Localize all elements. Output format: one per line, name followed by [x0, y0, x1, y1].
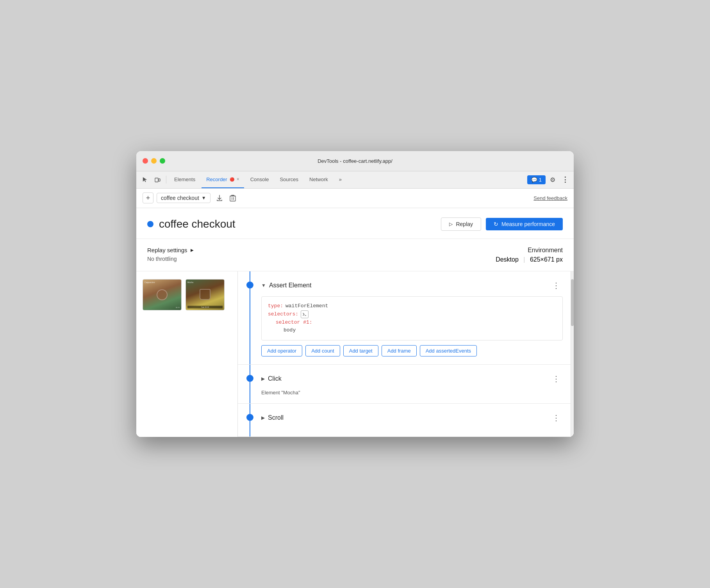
tab-console[interactable]: Console	[246, 171, 274, 188]
recording-name-dropdown[interactable]: coffee checkout ▼	[157, 193, 211, 203]
delete-recording-button[interactable]	[227, 192, 239, 204]
step-dot-2	[246, 375, 253, 382]
step-assert-element-code: type: waitForElement selectors:	[261, 296, 563, 340]
plus-icon: +	[146, 194, 150, 202]
step-scroll-more-button[interactable]: ⋮	[549, 412, 563, 424]
selector1-value: body	[284, 326, 296, 335]
add-frame-button[interactable]: Add frame	[382, 345, 417, 356]
recording-title: coffee checkout	[159, 218, 441, 230]
settings-left: Replay settings ▶ No throttling	[147, 247, 194, 263]
replay-play-icon: ▷	[449, 221, 453, 227]
selector-icon	[301, 310, 309, 318]
environment-label: Environment	[496, 247, 563, 254]
step-click-header: ▶ Click ⋮	[261, 372, 563, 385]
recording-status-dot	[147, 221, 153, 227]
new-recording-button[interactable]: +	[143, 192, 153, 203]
recorder-record-icon: 🔴	[230, 177, 234, 182]
environment-value: Desktop | 625×671 px	[496, 256, 563, 263]
settings-bar: Replay settings ▶ No throttling Environm…	[136, 239, 574, 271]
screenshot-thumbnails: Cappuccino $4.00 Mocha	[143, 279, 231, 310]
step-dot-3	[246, 414, 253, 421]
close-button[interactable]	[143, 158, 148, 164]
svg-rect-2	[230, 196, 235, 201]
add-operator-button[interactable]: Add operator	[261, 345, 302, 356]
add-asserted-events-button[interactable]: Add assertedEvents	[420, 345, 477, 356]
measure-icon: ↻	[494, 221, 498, 227]
replay-button[interactable]: ▷ Replay	[441, 217, 481, 231]
more-vert-icon-3: ⋮	[552, 413, 560, 422]
device-toolbar-button[interactable]	[152, 174, 163, 185]
recorder-close-icon[interactable]: ×	[237, 176, 239, 182]
replay-settings-expand-icon: ▶	[191, 248, 194, 252]
chat-badge: 1	[539, 177, 542, 183]
more-vert-icon-2: ⋮	[552, 374, 560, 383]
titlebar: DevTools - coffee-cart.netlify.app/	[136, 151, 574, 171]
toolbar-divider-1	[166, 176, 166, 184]
tab-recorder[interactable]: Recorder 🔴 ×	[202, 171, 244, 188]
code-type-line: type: waitForElement	[268, 302, 556, 310]
toolbar-right: 💬 1 ⚙ ⋮	[527, 174, 571, 185]
chat-icon: 💬	[531, 177, 537, 183]
step-click-subtitle: Element "Mocha"	[261, 390, 563, 396]
code-selector1-value-line: body	[268, 326, 556, 335]
devtools-window: DevTools - coffee-cart.netlify.app/ Elem…	[136, 151, 574, 437]
devtools-toolbar: Elements Recorder 🔴 × Console Sources Ne…	[136, 171, 574, 189]
step-assert-element-title: Assert Element	[269, 282, 549, 289]
env-divider: |	[523, 256, 525, 263]
export-recording-button[interactable]	[214, 192, 225, 204]
settings-button[interactable]: ⚙	[547, 174, 558, 185]
tab-sources[interactable]: Sources	[275, 171, 303, 188]
collapse-icon-1[interactable]: ▼	[261, 283, 266, 288]
step-click: ▶ Click ⋮ Element "Mocha"	[238, 365, 571, 404]
maximize-button[interactable]	[160, 158, 165, 164]
step-dot-1	[246, 282, 253, 289]
tab-network[interactable]: Network	[305, 171, 333, 188]
chevron-down-icon: ▼	[202, 195, 206, 201]
more-options-button[interactable]: ⋮	[560, 174, 571, 185]
type-value: waitForElement	[285, 302, 328, 310]
type-key: type:	[268, 302, 283, 310]
steps-area: Cappuccino $4.00 Mocha	[136, 271, 574, 437]
code-selector1-line: selector #1:	[268, 319, 556, 327]
measure-performance-button[interactable]: ↻ Measure performance	[486, 218, 563, 230]
svg-rect-1	[159, 179, 160, 181]
add-target-button[interactable]: Add target	[343, 345, 378, 356]
recording-name-label: coffee checkout	[161, 195, 199, 201]
throttling-label: No throttling	[147, 256, 194, 262]
step-click-more-button[interactable]: ⋮	[549, 372, 563, 385]
send-feedback-link[interactable]: Send feedback	[533, 195, 567, 201]
replay-settings-label: Replay settings	[147, 247, 187, 253]
recording-toolbar: + coffee checkout ▼	[136, 189, 574, 208]
screenshot-thumb-1[interactable]: Cappuccino $4.00	[143, 279, 182, 310]
step-assert-element: ▼ Assert Element ⋮ type: waitForElement …	[238, 271, 571, 365]
code-selectors-line: selectors:	[268, 310, 556, 319]
svg-rect-0	[155, 178, 158, 182]
replay-settings-row[interactable]: Replay settings ▶	[147, 247, 194, 253]
tab-elements[interactable]: Elements	[169, 171, 200, 188]
minimize-button[interactable]	[151, 158, 157, 164]
chat-button[interactable]: 💬 1	[527, 175, 546, 184]
desktop-label: Desktop	[496, 256, 519, 263]
steps-list: ▼ Assert Element ⋮ type: waitForElement …	[238, 271, 571, 437]
resolution-label: 625×671 px	[530, 256, 563, 263]
recording-actions	[214, 192, 239, 204]
cursor-tool-button[interactable]	[139, 174, 150, 185]
step-assert-element-more-button[interactable]: ⋮	[549, 279, 563, 292]
settings-right: Environment Desktop | 625×671 px	[496, 247, 563, 263]
main-content: coffee checkout ▷ Replay ↻ Measure perfo…	[136, 208, 574, 437]
add-count-button[interactable]: Add count	[305, 345, 340, 356]
selector1-key: selector #1:	[276, 319, 312, 327]
selectors-key: selectors:	[268, 310, 298, 319]
window-title: DevTools - coffee-cart.netlify.app/	[318, 158, 392, 164]
collapse-icon-2[interactable]: ▶	[261, 376, 265, 381]
tab-more[interactable]: »	[334, 171, 346, 188]
scrollbar-thumb[interactable]	[571, 279, 574, 326]
step-assert-element-actions: Add operator Add count Add target Add fr…	[261, 345, 563, 356]
collapse-icon-3[interactable]: ▶	[261, 415, 265, 421]
step-assert-element-header: ▼ Assert Element ⋮	[261, 279, 563, 292]
step-scroll: ▶ Scroll ⋮	[238, 404, 571, 437]
screenshot-thumb-2[interactable]: Mocha Total: $0.00	[186, 279, 225, 310]
recording-header: coffee checkout ▷ Replay ↻ Measure perfo…	[136, 208, 574, 239]
scrollbar[interactable]	[571, 271, 574, 437]
step-click-title: Click	[268, 375, 549, 382]
